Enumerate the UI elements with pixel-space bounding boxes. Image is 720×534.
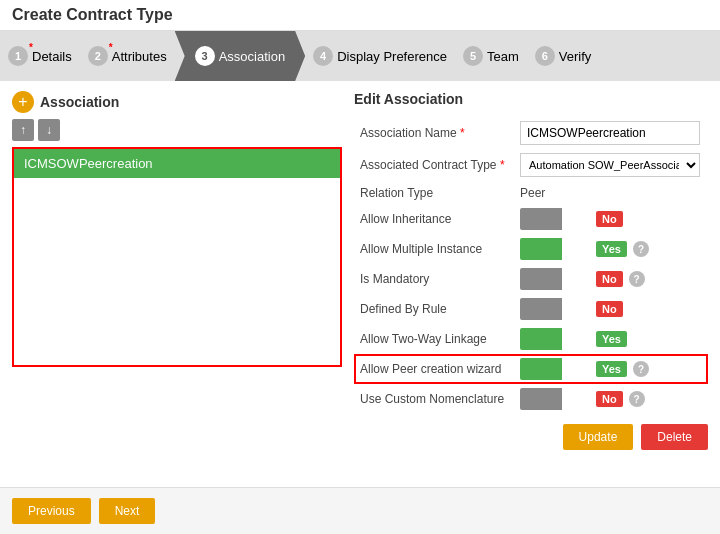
is-mandatory-help-icon[interactable]: ? xyxy=(629,271,645,287)
allow-multiple-help-icon[interactable]: ? xyxy=(633,241,649,257)
is-mandatory-value: No xyxy=(596,271,623,287)
allow-multiple-value: Yes xyxy=(596,241,627,257)
update-button[interactable]: Update xyxy=(563,424,634,450)
previous-button[interactable]: Previous xyxy=(12,498,91,524)
step-2-required: * xyxy=(109,42,113,53)
assoc-name-input[interactable] xyxy=(520,121,700,145)
assoc-name-required: * xyxy=(460,126,465,140)
allow-inheritance-value: No xyxy=(596,211,623,227)
step-2[interactable]: 2* Attributes xyxy=(80,31,175,81)
association-item[interactable]: ICMSOWPeercreation xyxy=(14,149,340,178)
allow-peer-value: Yes xyxy=(596,361,627,377)
defined-by-rule-slider[interactable] xyxy=(520,298,590,320)
use-custom-toggle[interactable]: No ? xyxy=(520,388,702,410)
step-1[interactable]: 1* Details xyxy=(0,31,80,81)
right-panel: Edit Association Association Name * xyxy=(354,91,708,477)
allow-multiple-toggle[interactable]: Yes ? xyxy=(520,238,702,260)
use-custom-value: No xyxy=(596,391,623,407)
edit-association-title: Edit Association xyxy=(354,91,708,107)
wizard-steps: 1* Details 2* Attributes 3 Association 4… xyxy=(0,31,720,81)
defined-by-rule-value: No xyxy=(596,301,623,317)
allow-two-way-label: Allow Two-Way Linkage xyxy=(354,324,514,354)
allow-peer-toggle[interactable]: Yes ? xyxy=(520,358,702,380)
move-down-button[interactable]: ↓ xyxy=(38,119,60,141)
allow-two-way-on-state xyxy=(520,328,562,350)
page-title: Create Contract Type xyxy=(12,6,708,24)
defined-by-rule-off-state xyxy=(520,298,562,320)
allow-two-way-value: Yes xyxy=(596,331,627,347)
relation-type-label: Relation Type xyxy=(354,181,514,204)
delete-button[interactable]: Delete xyxy=(641,424,708,450)
step-3-label: Association xyxy=(219,49,285,64)
use-custom-label: Use Custom Nomenclature xyxy=(354,384,514,414)
step-5-num: 5 xyxy=(463,46,483,66)
action-buttons: Update Delete xyxy=(354,424,708,450)
allow-inheritance-off-state xyxy=(520,208,562,230)
allow-peer-help-icon[interactable]: ? xyxy=(633,361,649,377)
association-section-title: Association xyxy=(40,94,119,110)
is-mandatory-off-state xyxy=(520,268,562,290)
step-6-label: Verify xyxy=(559,49,592,64)
defined-by-rule-label: Defined By Rule xyxy=(354,294,514,324)
allow-multiple-on-state xyxy=(520,238,562,260)
is-mandatory-label: Is Mandatory xyxy=(354,264,514,294)
use-custom-help-icon[interactable]: ? xyxy=(629,391,645,407)
allow-two-way-toggle[interactable]: Yes xyxy=(520,328,702,350)
assoc-contract-label: Associated Contract Type * xyxy=(354,149,514,181)
next-button[interactable]: Next xyxy=(99,498,156,524)
step-1-label: Details xyxy=(32,49,72,64)
is-mandatory-slider[interactable] xyxy=(520,268,590,290)
relation-type-value: Peer xyxy=(520,186,545,200)
step-2-num: 2* xyxy=(88,46,108,66)
step-3[interactable]: 3 Association xyxy=(175,31,305,81)
step-6-num: 6 xyxy=(535,46,555,66)
step-4-num: 4 xyxy=(313,46,333,66)
step-4-label: Display Preference xyxy=(337,49,447,64)
step-4[interactable]: 4 Display Preference xyxy=(305,31,455,81)
allow-inheritance-slider[interactable] xyxy=(520,208,590,230)
use-custom-slider[interactable] xyxy=(520,388,590,410)
association-list: ICMSOWPeercreation xyxy=(12,147,342,367)
assoc-contract-type-select[interactable]: Automation SOW_PeerAssocia... xyxy=(520,153,700,177)
add-association-button[interactable]: + xyxy=(12,91,34,113)
step-5-label: Team xyxy=(487,49,519,64)
step-6[interactable]: 6 Verify xyxy=(527,31,600,81)
step-1-num: 1* xyxy=(8,46,28,66)
use-custom-off-state xyxy=(520,388,562,410)
allow-two-way-slider[interactable] xyxy=(520,328,590,350)
defined-by-rule-toggle[interactable]: No xyxy=(520,298,702,320)
move-up-button[interactable]: ↑ xyxy=(12,119,34,141)
footer: Previous Next xyxy=(0,487,720,534)
step-5[interactable]: 5 Team xyxy=(455,31,527,81)
allow-peer-on-state xyxy=(520,358,562,380)
step-3-num: 3 xyxy=(195,46,215,66)
is-mandatory-toggle[interactable]: No ? xyxy=(520,268,702,290)
allow-peer-slider[interactable] xyxy=(520,358,590,380)
allow-multiple-slider[interactable] xyxy=(520,238,590,260)
left-panel: + Association ↑ ↓ ICMSOWPeercreation xyxy=(12,91,342,477)
assoc-contract-required: * xyxy=(500,158,505,172)
step-1-required: * xyxy=(29,42,33,53)
allow-multiple-label: Allow Multiple Instance xyxy=(354,234,514,264)
allow-peer-row: Allow Peer creation wizard Yes ? xyxy=(354,354,708,384)
allow-peer-label: Allow Peer creation wizard xyxy=(354,354,514,384)
assoc-name-label: Association Name * xyxy=(354,117,514,149)
edit-association-form: Association Name * Associated Contract T… xyxy=(354,117,708,414)
allow-inheritance-label: Allow Inheritance xyxy=(354,204,514,234)
step-2-label: Attributes xyxy=(112,49,167,64)
allow-inheritance-toggle[interactable]: No xyxy=(520,208,702,230)
